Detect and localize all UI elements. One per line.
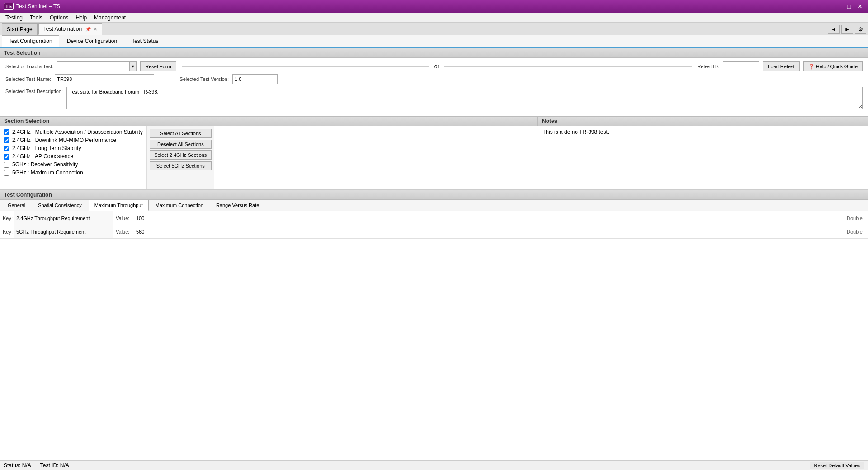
help-button[interactable]: ❓ Help / Quick Guide (803, 61, 863, 71)
section-action-button[interactable]: Select 2.4GHz Sections (150, 150, 212, 160)
close-window-button[interactable]: ✕ (855, 2, 864, 11)
section-item[interactable]: 5GHz : Receiver Sensitivity (0, 160, 146, 169)
tab-start-page-label: Start Page (7, 26, 33, 33)
section-checkbox[interactable] (4, 170, 9, 176)
menu-testing[interactable]: Testing (2, 14, 26, 22)
content-tabs: Test Configuration Device Configuration … (0, 35, 868, 48)
tab-nav-right-button[interactable]: ► (841, 25, 853, 34)
notes-header: Notes (538, 116, 868, 126)
section-action-button[interactable]: Select 5GHz Sections (150, 161, 212, 170)
config-val-input[interactable] (133, 212, 841, 225)
section-item-label: 2.4GHz : Multiple Association / Disassoc… (12, 129, 143, 135)
config-tab[interactable]: Maximum Throughput (89, 200, 149, 211)
section-checkbox[interactable] (4, 129, 9, 135)
section-item[interactable]: 5GHz : Maximum Connection (0, 169, 146, 177)
config-key-label: Key: (0, 216, 14, 221)
config-key-input[interactable] (14, 225, 113, 238)
config-rows: Key: Value: Double Key: Value: Double (0, 212, 868, 239)
maximize-button[interactable]: □ (844, 2, 854, 11)
test-id-text: Test ID: N/A (40, 462, 69, 469)
section-checkbox[interactable] (4, 162, 9, 168)
status-bar: Status: N/A Test ID: N/A Reset Default V… (0, 460, 868, 470)
section-selection-row: Section Selection 2.4GHz : Multiple Asso… (0, 116, 868, 190)
menu-tools[interactable]: Tools (26, 14, 46, 22)
tab-bar: Start Page Test Automation 📌 ✕ ◄ ► ⚙ (0, 23, 868, 35)
section-action-button[interactable]: Select All Sections (150, 129, 212, 138)
form-row-test-info: Selected Test Name: Selected Test Versio… (5, 74, 863, 84)
config-row: Key: Value: Double (0, 225, 868, 239)
config-type-label: Double (841, 212, 868, 225)
tab-nav-left-button[interactable]: ◄ (828, 25, 840, 34)
config-tab[interactable]: Range Versus Rate (210, 200, 265, 211)
config-val-label: Value: (113, 216, 133, 221)
tab-test-status-label: Test Status (132, 38, 158, 44)
menu-management[interactable]: Management (90, 14, 129, 22)
section-list[interactable]: 2.4GHz : Multiple Association / Disassoc… (0, 126, 146, 189)
config-key-input[interactable] (14, 212, 113, 225)
retest-id-input[interactable] (723, 61, 759, 71)
title-bar-left: TS Test Sentinel – TS (4, 3, 60, 10)
section-item[interactable]: 2.4GHz : Long Term Stability (0, 144, 146, 152)
tab-test-automation[interactable]: Test Automation 📌 ✕ (38, 23, 102, 35)
section-item[interactable]: 2.4GHz : Downlink MU-MIMO Performance (0, 136, 146, 144)
description-label: Selected Test Description: (5, 87, 63, 94)
selected-test-name-input[interactable] (55, 74, 154, 84)
test-config-section: Test Configuration GeneralSpatial Consis… (0, 190, 868, 239)
tab-device-configuration[interactable]: Device Configuration (60, 35, 124, 47)
section-checkbox[interactable] (4, 154, 9, 160)
config-tabs: GeneralSpatial ConsistencyMaximum Throug… (0, 200, 868, 212)
section-item-label: 2.4GHz : AP Coexistence (12, 153, 73, 160)
select-combo: ▼ (57, 61, 137, 71)
notes-panel: Notes This is a demo TR-398 test. (538, 116, 868, 189)
config-row: Key: Value: Double (0, 212, 868, 225)
selected-test-name-label: Selected Test Name: (5, 76, 51, 82)
notes-content: This is a demo TR-398 test. (538, 126, 868, 138)
reset-form-button[interactable]: Reset Form (140, 61, 176, 71)
selected-test-version-input[interactable] (232, 74, 278, 84)
test-selection-header: Test Selection (0, 48, 868, 58)
combo-dropdown-button[interactable]: ▼ (129, 61, 137, 71)
section-item-label: 5GHz : Maximum Connection (12, 169, 83, 176)
tab-test-status[interactable]: Test Status (125, 35, 165, 47)
tab-close-button[interactable]: ✕ (94, 27, 97, 32)
load-retest-button[interactable]: Load Retest (763, 61, 799, 71)
reset-default-button[interactable]: Reset Default Values (810, 462, 864, 469)
config-tab[interactable]: General (2, 200, 31, 211)
section-item[interactable]: 2.4GHz : AP Coexistence (0, 152, 146, 160)
config-val-input[interactable] (133, 225, 841, 238)
minimize-button[interactable]: – (834, 2, 843, 11)
section-action-button[interactable]: Deselect All Sections (150, 140, 212, 149)
status-text: Status: N/A (4, 462, 31, 469)
section-checkbox[interactable] (4, 137, 9, 143)
retest-id-label: Retest ID: (697, 64, 719, 69)
title-bar: TS Test Sentinel – TS – □ ✕ (0, 0, 868, 13)
description-textarea[interactable] (66, 87, 863, 109)
notes-text: This is a demo TR-398 test. (542, 129, 609, 135)
title-bar-controls: – □ ✕ (834, 2, 864, 11)
tab-test-configuration-label: Test Configuration (9, 38, 52, 44)
status-right: Reset Default Values (810, 462, 864, 469)
form-row-load: Select or Load a Test: ▼ Reset Form or R… (5, 61, 863, 71)
section-panel: Section Selection 2.4GHz : Multiple Asso… (0, 116, 538, 189)
tab-bar-right: ◄ ► ⚙ (828, 25, 866, 35)
config-tab[interactable]: Maximum Connection (150, 200, 209, 211)
section-selection-header: Section Selection (0, 116, 538, 126)
config-key-label: Key: (0, 229, 14, 235)
section-item-label: 2.4GHz : Long Term Stability (12, 145, 81, 151)
menu-help[interactable]: Help (72, 14, 90, 22)
tab-start-page[interactable]: Start Page (2, 23, 38, 35)
menu-options[interactable]: Options (46, 14, 72, 22)
section-checkbox[interactable] (4, 146, 9, 151)
section-item-label: 5GHz : Receiver Sensitivity (12, 161, 78, 168)
section-item-label: 2.4GHz : Downlink MU-MIMO Performance (12, 137, 116, 143)
or-text: or (434, 63, 439, 70)
title-bar-title: Test Sentinel – TS (16, 3, 60, 9)
tab-pin-icon: 📌 (85, 27, 91, 32)
config-type-label: Double (841, 225, 868, 238)
section-item[interactable]: 2.4GHz : Multiple Association / Disassoc… (0, 128, 146, 136)
selected-test-version-label: Selected Test Version: (179, 76, 229, 82)
config-tab[interactable]: Spatial Consistency (32, 200, 88, 211)
tab-settings-button[interactable]: ⚙ (855, 25, 866, 34)
tab-test-configuration[interactable]: Test Configuration (2, 35, 59, 47)
test-select-input[interactable] (57, 61, 129, 71)
